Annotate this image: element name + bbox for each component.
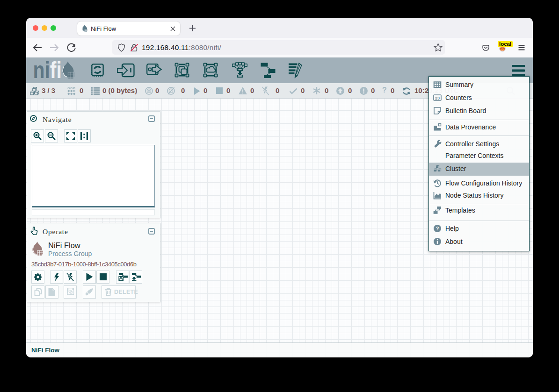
svg-text:nifi: nifi bbox=[33, 57, 61, 83]
svg-text:23: 23 bbox=[435, 96, 440, 100]
svg-text:?: ? bbox=[436, 226, 439, 231]
